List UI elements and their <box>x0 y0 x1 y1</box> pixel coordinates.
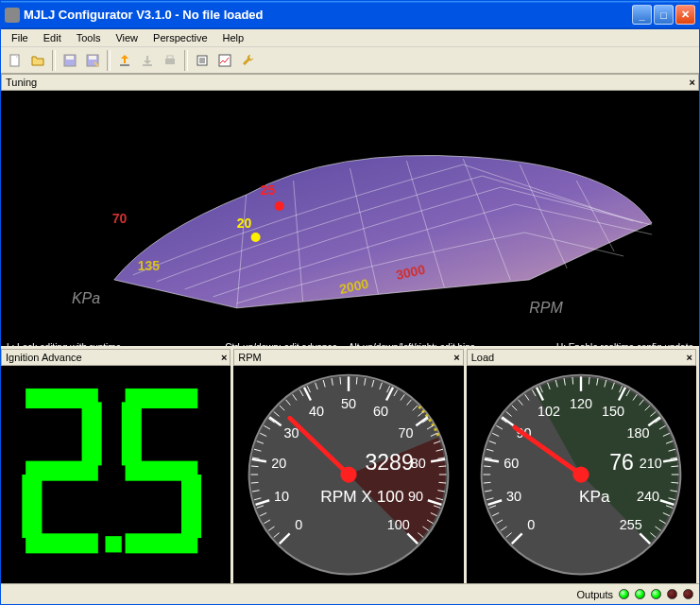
toolbar-separator <box>184 50 188 71</box>
svg-point-187 <box>573 466 589 482</box>
svg-rect-5 <box>120 64 129 66</box>
svg-text:20: 20 <box>271 456 286 471</box>
svg-rect-21 <box>105 536 121 552</box>
titlebar: MJLJ Configurator V3.1.0 - No file loade… <box>1 1 699 29</box>
minimize-button[interactable]: _ <box>632 5 652 25</box>
maximize-button[interactable]: □ <box>654 5 674 25</box>
svg-text:100: 100 <box>387 517 410 532</box>
svg-text:RPM X 100: RPM X 100 <box>320 487 403 506</box>
advance-display <box>1 366 230 583</box>
load-panel-close-icon[interactable]: × <box>687 352 692 363</box>
close-button[interactable]: ✕ <box>675 5 695 25</box>
marker-red-dot <box>275 201 284 211</box>
wrench-icon[interactable] <box>237 50 258 71</box>
window-buttons: _ □ ✕ <box>632 5 695 25</box>
rpm-panel-label: RPM <box>238 352 261 363</box>
seven-segment-display <box>8 371 225 579</box>
svg-rect-7 <box>165 59 175 64</box>
rpm-panel-close-icon[interactable]: × <box>453 352 459 363</box>
svg-rect-14 <box>22 475 42 538</box>
menubar: File Edit Tools View Perspective Help <box>1 29 699 48</box>
svg-line-117 <box>484 466 491 467</box>
svg-rect-19 <box>181 475 201 538</box>
tuning-surface-svg: KPa RPM 70 135 2000 3000 25 20 <box>1 91 699 346</box>
save-as-icon[interactable] <box>82 50 103 71</box>
svg-text:40: 40 <box>309 404 324 419</box>
marker-yellow-dot <box>251 233 261 242</box>
svg-line-34 <box>251 466 259 467</box>
menu-tools[interactable]: Tools <box>70 30 108 45</box>
axis-y-135: 135 <box>138 258 161 273</box>
menu-file[interactable]: File <box>5 30 35 45</box>
svg-rect-17 <box>121 402 141 465</box>
svg-rect-12 <box>81 402 101 465</box>
svg-text:3289: 3289 <box>366 450 414 475</box>
toolbar-separator <box>107 50 111 71</box>
print-icon[interactable] <box>160 50 180 71</box>
svg-text:30: 30 <box>506 489 521 504</box>
load-panel-label: Load <box>471 352 494 363</box>
tuning-3d-view[interactable]: KPa RPM 70 135 2000 3000 25 20 L: Lock e… <box>1 91 699 346</box>
new-file-icon[interactable] <box>5 50 26 71</box>
rpm-panel: RPM × 01020304050607080901003289RPM X 10… <box>233 349 463 583</box>
tuning-panel-close-icon[interactable]: × <box>690 77 695 88</box>
svg-text:10: 10 <box>274 489 289 504</box>
menu-view[interactable]: View <box>109 30 145 45</box>
app-icon <box>5 8 20 23</box>
svg-line-70 <box>438 482 446 483</box>
svg-line-135 <box>589 377 590 385</box>
open-file-icon[interactable] <box>27 50 48 71</box>
rpm-gauge: 01020304050607080901003289RPM X 100 <box>233 366 463 583</box>
menu-help[interactable]: Help <box>216 30 251 45</box>
svg-text:0: 0 <box>295 517 302 532</box>
svg-text:210: 210 <box>640 456 662 471</box>
svg-point-104 <box>340 466 356 482</box>
svg-line-52 <box>356 377 357 385</box>
window-title: MJLJ Configurator V3.1.0 - No file loade… <box>24 8 632 22</box>
axis-y-70: 70 <box>112 211 128 226</box>
tuning-panel-title: Tuning × <box>1 74 699 91</box>
app-window: MJLJ Configurator V3.1.0 - No file loade… <box>0 0 700 605</box>
chart-icon[interactable] <box>214 50 235 71</box>
output-led-3 <box>651 589 661 599</box>
hint-right: U: Enable realtime config update <box>556 342 693 346</box>
hint-center: Ctrl-up/down: edit advance -- Alt-up/dow… <box>225 342 475 346</box>
load-panel-title: Load × <box>467 349 696 366</box>
svg-text:150: 150 <box>602 404 624 419</box>
advance-panel-close-icon[interactable]: × <box>221 352 227 363</box>
menu-perspective[interactable]: Perspective <box>146 30 213 45</box>
svg-rect-8 <box>167 56 173 59</box>
svg-text:90: 90 <box>408 489 423 504</box>
advance-panel: Ignition Advance × <box>1 349 230 583</box>
svg-text:102: 102 <box>538 404 560 419</box>
gauge-row: Ignition Advance × <box>1 346 699 583</box>
svg-rect-4 <box>89 56 96 60</box>
svg-line-32 <box>251 482 259 483</box>
svg-text:60: 60 <box>373 404 388 419</box>
download-icon[interactable] <box>137 50 158 71</box>
output-led-2 <box>635 589 645 599</box>
svg-text:180: 180 <box>627 425 650 441</box>
svg-rect-6 <box>143 64 152 66</box>
config-icon[interactable] <box>192 50 213 71</box>
svg-text:50: 50 <box>341 396 356 411</box>
output-led-5 <box>683 589 693 599</box>
menu-edit[interactable]: Edit <box>37 30 68 45</box>
svg-rect-15 <box>26 533 98 553</box>
save-icon[interactable] <box>60 50 80 71</box>
toolbar-separator <box>52 50 56 71</box>
statusbar: Outputs <box>1 583 699 604</box>
upload-icon[interactable] <box>114 50 135 71</box>
outputs-label: Outputs <box>576 589 613 600</box>
svg-text:255: 255 <box>620 517 642 532</box>
svg-line-133 <box>572 377 573 385</box>
svg-rect-2 <box>66 56 74 60</box>
tuning-panel-label: Tuning <box>6 77 37 88</box>
load-panel: Load × 030609010212015018021024025576KPa <box>467 349 696 583</box>
load-gauge: 030609010212015018021024025576KPa <box>467 366 696 583</box>
svg-line-50 <box>340 377 341 385</box>
axis-rpm-label: RPM <box>529 300 563 316</box>
svg-text:240: 240 <box>637 489 659 504</box>
svg-text:76: 76 <box>610 450 635 475</box>
hint-left: L: Lock editing with runtime <box>7 342 121 346</box>
